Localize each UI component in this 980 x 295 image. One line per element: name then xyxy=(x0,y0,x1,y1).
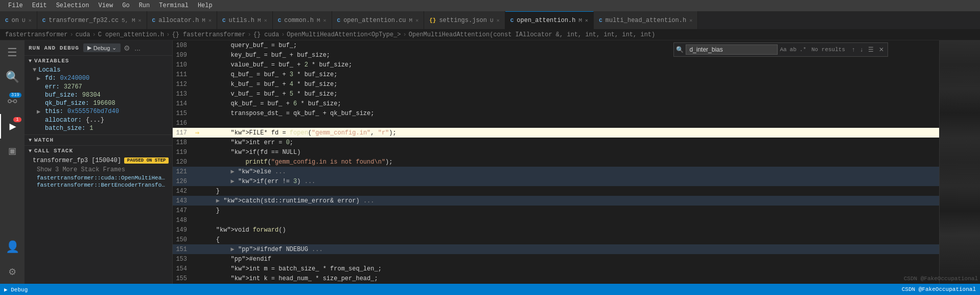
code-line-142[interactable]: 142 } xyxy=(173,186,939,196)
activity-extensions[interactable]: ▣ xyxy=(0,139,25,163)
find-prev-btn[interactable]: ↑ xyxy=(850,45,856,54)
tab-tab2[interactable]: Ctransformer_fp32.cc 5, M✕ xyxy=(37,11,147,29)
breadcrumb-part-2[interactable]: C open_attention.h xyxy=(98,31,165,38)
tab-tab7[interactable]: {}settings.json U✕ xyxy=(424,11,505,29)
whole-word-btn[interactable]: ab xyxy=(790,47,797,53)
code-line-119[interactable]: 119 "kw">if(fd == NULL) xyxy=(173,147,939,157)
status-debug[interactable]: ▶ Debug xyxy=(4,286,28,293)
debug-more-button[interactable]: ... xyxy=(133,43,142,53)
code-line-113[interactable]: 113 v_buf_ = buf_ + 5 * buf_size; xyxy=(173,89,939,99)
menu-go[interactable]: Go xyxy=(118,1,133,10)
watch-header[interactable]: ▼ WATCH xyxy=(25,135,172,145)
code-line-154[interactable]: 154 "kw">int m = batch_size_ * from_seq_… xyxy=(173,264,939,274)
code-line-151[interactable]: 151 ▶ "pp">#ifndef NDEBUG ... xyxy=(173,244,939,254)
code-line-118[interactable]: 118 "kw">int err = 0; xyxy=(173,138,939,147)
breadcrumb-part-0[interactable]: fastertransformer xyxy=(5,31,67,38)
find-expand-btn[interactable]: ☰ xyxy=(867,45,875,54)
code-line-116[interactable]: 116 xyxy=(173,118,939,128)
var-item-0[interactable]: ▶fd: 0x240000 xyxy=(25,74,172,83)
var-expand-0[interactable]: ▶ xyxy=(37,75,42,82)
activity-files[interactable]: ☰ xyxy=(0,40,25,65)
breadcrumb-sep-5: › xyxy=(403,31,407,38)
debug-play-button[interactable]: ▶ Debug ⌄ xyxy=(83,43,121,52)
code-line-147[interactable]: 147 } xyxy=(173,206,939,215)
tab-close-tab9[interactable]: ✕ xyxy=(689,17,692,24)
code-line-111[interactable]: 111 q_buf_ = buf_ + 3 * buf_size; xyxy=(173,70,939,79)
activity-scm[interactable]: ⚯ 319 xyxy=(0,89,25,114)
var-item-3[interactable]: qk_buf_size: 196608 xyxy=(25,99,172,107)
variables-header[interactable]: ▼ VARIABLES xyxy=(25,56,172,66)
call-stack-frame-1[interactable]: fastertransformer::BertEncoderTransforme… xyxy=(25,181,172,189)
breadcrumb-part-5[interactable]: OpenMultiHeadAttention<OpType_> xyxy=(287,31,401,38)
menu-view[interactable]: View xyxy=(94,1,117,10)
breadcrumb-part-6[interactable]: OpenMultiHeadAttention(const IAllocator … xyxy=(409,31,655,38)
var-item-4[interactable]: ▶this: 0x555576bd7d40 xyxy=(25,107,172,116)
tab-tab9[interactable]: Cmulti_head_attention.h✕ xyxy=(594,11,698,29)
paused-badge: PAUSED ON STEP xyxy=(124,157,169,164)
menu-file[interactable]: File xyxy=(4,1,27,10)
activity-debug[interactable]: ▶ 1 xyxy=(0,114,25,139)
code-line-114[interactable]: 114 qk_buf_ = buf_ + 6 * buf_size; xyxy=(173,99,939,108)
menu-selection[interactable]: Selection xyxy=(52,1,94,10)
tab-close-tab3[interactable]: ✕ xyxy=(208,17,212,24)
var-item-2[interactable]: buf_size: 98304 xyxy=(25,91,172,99)
tab-close-tab6[interactable]: ✕ xyxy=(415,17,418,24)
breadcrumb-part-4[interactable]: {} cuda xyxy=(253,31,279,38)
code-line-117[interactable]: 117⇒ "kw">FILE* fd = fopen("gemm_config.… xyxy=(173,128,939,138)
menu-edit[interactable]: Edit xyxy=(28,1,51,10)
code-editor[interactable]: 108 query_buf_ = buf_;109 key_buf_ = buf… xyxy=(173,40,939,284)
code-line-150[interactable]: 150 { xyxy=(173,235,939,244)
tab-tab6[interactable]: Copen_attention.cu M✕ xyxy=(332,11,425,29)
show-more-frames[interactable]: Show 3 More Stack Frames xyxy=(25,165,172,174)
find-close-btn[interactable]: ✕ xyxy=(877,45,885,54)
tab-tab5[interactable]: Ccommon.h M✕ xyxy=(273,11,332,29)
tab-tab3[interactable]: Callocator.h M✕ xyxy=(147,11,217,29)
activity-settings[interactable]: ⚙ xyxy=(0,259,25,284)
activity-accounts[interactable]: 👤 xyxy=(0,235,25,259)
tab-close-tab1[interactable]: ✕ xyxy=(29,17,32,24)
tab-close-tab7[interactable]: ✕ xyxy=(497,17,500,24)
code-line-156[interactable]: 156 "kw">int n = k; xyxy=(173,283,939,284)
code-line-143[interactable]: 143 ▶ "kw">catch(std::runtime_error& err… xyxy=(173,196,939,206)
tab-tab1[interactable]: Con U✕ xyxy=(0,11,37,29)
menu-help[interactable]: Help xyxy=(194,1,217,10)
tab-close-tab2[interactable]: ✕ xyxy=(138,17,142,24)
activity-search[interactable]: 🔍 xyxy=(0,65,25,89)
code-line-126[interactable]: 126 ▶ "kw">if(err != 3) ... xyxy=(173,176,939,186)
code-line-153[interactable]: 153 "pp">#endif xyxy=(173,254,939,264)
var-expand-4[interactable]: ▶ xyxy=(37,108,42,116)
code-line-115[interactable]: 115 transpose_dst_ = qk_buf_ + qk_buf_si… xyxy=(173,108,939,118)
code-line-112[interactable]: 112 k_buf_ = buf_ + 4 * buf_size; xyxy=(173,79,939,89)
menu-terminal[interactable]: Terminal xyxy=(155,1,193,10)
fold-prefix-143[interactable]: ▶ xyxy=(201,197,223,205)
debug-gear-button[interactable]: ⚙ xyxy=(123,43,131,53)
breadcrumb-part-1[interactable]: cuda xyxy=(76,31,90,38)
menu-run[interactable]: Run xyxy=(135,1,154,10)
locals-group[interactable]: ▼ Locals xyxy=(25,66,172,74)
var-item-1[interactable]: err: 32767 xyxy=(25,83,172,91)
fold-prefix-121[interactable]: ▶ xyxy=(201,168,238,175)
tab-tab4[interactable]: Cutils.h M✕ xyxy=(217,11,273,29)
regex-btn[interactable]: .* xyxy=(800,47,806,53)
code-line-121[interactable]: 121 ▶ "kw">else ... xyxy=(173,167,939,176)
case-sensitive-btn[interactable]: Aa xyxy=(780,47,786,53)
code-line-110[interactable]: 110 value_buf_ = buf_ + 2 * buf_size; xyxy=(173,60,939,70)
code-line-155[interactable]: 155 "kw">int k = head_num_ * size_per_he… xyxy=(173,274,939,283)
var-item-5[interactable]: allocator: {...} xyxy=(25,116,172,124)
code-line-149[interactable]: 149 "kw">void forward() xyxy=(173,225,939,235)
tab-close-tab8[interactable]: ✕ xyxy=(585,17,588,24)
call-stack-header[interactable]: ▼ CALL STACK xyxy=(25,146,172,156)
code-line-148[interactable]: 148 xyxy=(173,215,939,225)
tab-tab8[interactable]: Copen_attention.h M✕ xyxy=(505,11,594,29)
fold-prefix-151[interactable]: ▶ xyxy=(201,246,238,253)
find-next-btn[interactable]: ↓ xyxy=(858,45,865,54)
call-stack-frame-0[interactable]: fastertransformer::cuda::OpenMultiHeadAt… xyxy=(25,174,172,181)
code-line-120[interactable]: 120 printf("gemm_config.in is not found\… xyxy=(173,157,939,167)
call-stack-thread[interactable]: transformer_fp3 [150040] PAUSED ON STEP xyxy=(25,156,172,165)
tab-close-tab5[interactable]: ✕ xyxy=(323,17,326,24)
var-item-6[interactable]: batch_size: 1 xyxy=(25,124,172,132)
find-input[interactable] xyxy=(686,44,778,55)
fold-prefix-126[interactable]: ▶ xyxy=(201,178,238,185)
tab-close-tab4[interactable]: ✕ xyxy=(264,17,267,24)
breadcrumb-part-3[interactable]: {} fastertransformer xyxy=(172,31,245,38)
